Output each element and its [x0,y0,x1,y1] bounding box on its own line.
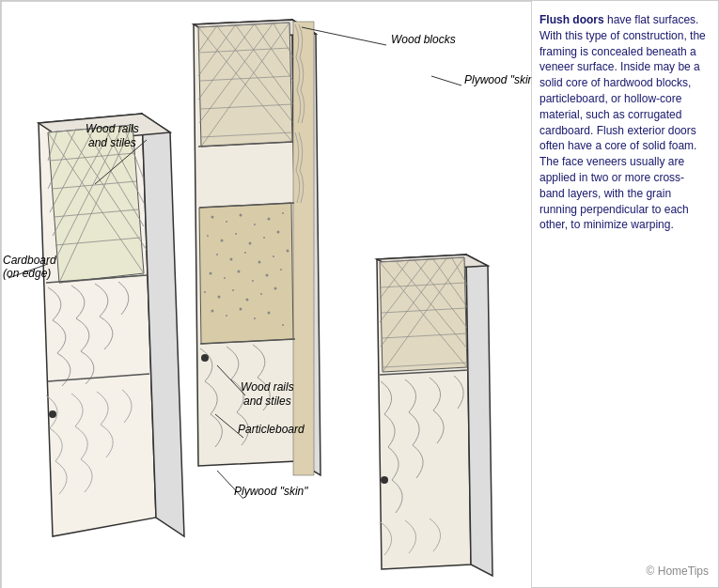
svg-point-80 [268,312,271,315]
svg-line-39 [201,23,289,147]
svg-line-18 [53,125,114,236]
svg-point-77 [226,315,227,317]
svg-line-15 [59,275,144,283]
svg-line-11 [50,153,134,161]
svg-point-60 [244,252,246,254]
svg-point-104 [381,476,388,484]
svg-line-37 [200,104,292,109]
svg-line-41 [198,23,255,100]
svg-rect-44 [293,22,314,475]
svg-line-83 [198,142,293,147]
svg-rect-123 [1,1,532,588]
svg-point-76 [211,310,214,313]
svg-point-54 [235,233,237,235]
svg-line-23 [46,275,147,283]
svg-line-10 [48,125,133,132]
svg-marker-4 [48,125,144,283]
svg-line-100 [383,257,464,372]
svg-line-84 [199,203,294,208]
svg-line-98 [382,333,467,338]
svg-line-20 [48,129,76,189]
svg-point-78 [240,308,242,311]
svg-point-79 [254,317,256,319]
svg-line-38 [201,132,292,137]
svg-line-36 [200,76,291,81]
svg-line-29 [198,27,292,142]
svg-marker-88 [377,255,488,271]
svg-line-94 [452,258,467,285]
svg-line-85 [200,339,295,344]
svg-point-71 [218,296,221,299]
svg-line-33 [274,23,293,57]
svg-point-47 [226,221,227,223]
svg-line-24 [48,374,149,381]
svg-line-17 [55,125,123,259]
copyright: © HomeTips [647,565,709,578]
svg-rect-0 [1,1,532,588]
svg-point-61 [258,261,261,264]
svg-marker-1 [39,114,156,536]
svg-line-7 [86,129,144,226]
svg-line-96 [381,283,465,287]
svg-text:and stiles: and stiles [243,395,291,408]
svg-text:Wood blocks: Wood blocks [391,33,456,46]
svg-text:and stiles: and stiles [88,136,136,149]
svg-marker-26 [292,20,320,475]
svg-line-92 [414,260,467,328]
svg-line-40 [199,23,274,123]
svg-point-22 [49,410,56,418]
svg-line-113 [8,264,48,278]
panel-title: Flush doors [539,13,604,26]
svg-line-90 [380,262,467,367]
svg-line-21 [48,131,57,161]
svg-point-63 [287,250,289,253]
svg-text:Plywood "skin": Plywood "skin" [464,73,532,86]
main-container: Wood blocks Wood rails and stiles Plywoo… [0,0,719,588]
svg-line-6 [67,131,147,250]
svg-line-121 [217,471,243,499]
svg-line-99 [383,363,467,367]
svg-line-43 [198,25,217,53]
svg-point-72 [232,289,234,291]
svg-point-65 [224,277,226,279]
svg-point-56 [263,237,265,239]
svg-line-105 [380,370,468,375]
svg-text:Wood rails: Wood rails [241,380,294,394]
svg-line-111 [431,76,461,85]
svg-text:(on edge): (on edge) [3,267,51,280]
svg-marker-27 [194,20,316,39]
svg-line-13 [54,209,138,217]
svg-marker-89 [380,257,467,372]
svg-line-97 [382,308,466,313]
svg-line-42 [198,24,236,76]
svg-point-75 [274,287,277,290]
diagram-area: Wood blocks Wood rails and stiles Plywoo… [1,1,532,588]
svg-marker-87 [466,255,492,576]
svg-line-9 [123,125,144,179]
svg-text:Particleboard: Particleboard [238,423,305,436]
svg-point-50 [268,218,271,221]
svg-line-91 [396,261,467,348]
svg-point-46 [211,216,214,219]
svg-point-62 [273,255,274,257]
svg-point-58 [216,254,218,255]
svg-point-48 [240,214,242,217]
svg-line-106 [302,27,386,45]
svg-line-116 [217,365,245,395]
svg-point-53 [221,240,224,242]
svg-point-64 [210,272,212,275]
svg-point-51 [282,212,284,214]
svg-text:Plywood "skin": Plywood "skin" [234,485,308,498]
svg-line-35 [199,48,290,53]
svg-point-81 [282,324,284,326]
svg-point-52 [207,235,209,237]
svg-line-8 [104,127,144,203]
svg-marker-45 [199,203,293,344]
svg-line-93 [433,259,467,307]
svg-point-68 [266,274,269,277]
svg-line-32 [255,24,293,81]
svg-line-12 [52,181,136,189]
svg-line-101 [381,257,447,347]
svg-line-34 [198,23,289,27]
svg-point-70 [204,291,206,293]
